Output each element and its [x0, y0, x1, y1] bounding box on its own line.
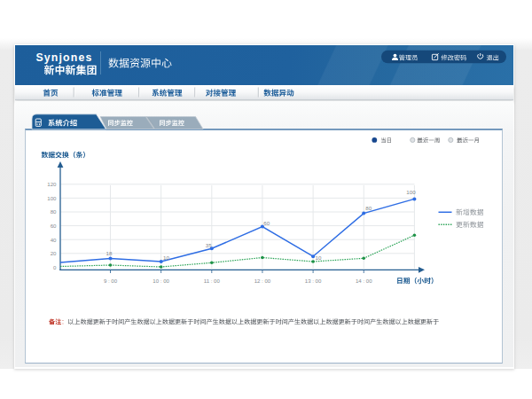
svg-text:100: 100 [47, 195, 57, 201]
svg-text:20: 20 [51, 250, 57, 256]
svg-text:80: 80 [51, 208, 57, 215]
svg-text:60: 60 [263, 220, 270, 226]
svg-text:120: 120 [47, 181, 57, 187]
svg-text:18: 18 [106, 250, 113, 256]
svg-text:12 : 00: 12 : 00 [254, 278, 271, 284]
svg-text:80: 80 [365, 205, 372, 211]
svg-text:100: 100 [406, 189, 416, 195]
svg-text:Synjones: Synjones [36, 51, 93, 64]
svg-text:10: 10 [163, 254, 169, 261]
svg-text:35: 35 [206, 242, 212, 248]
svg-text:40: 40 [51, 237, 57, 243]
svg-text:14 : 00: 14 : 00 [356, 278, 372, 284]
svg-text:10: 10 [316, 254, 322, 261]
svg-text:9 : 00: 9 : 00 [104, 278, 118, 284]
svg-text:11 : 00: 11 : 00 [204, 278, 221, 284]
svg-text:13 : 00: 13 : 00 [305, 278, 322, 284]
svg-text:60: 60 [51, 223, 57, 229]
svg-text:0: 0 [53, 264, 57, 270]
svg-text:10 : 00: 10 : 00 [153, 278, 169, 284]
